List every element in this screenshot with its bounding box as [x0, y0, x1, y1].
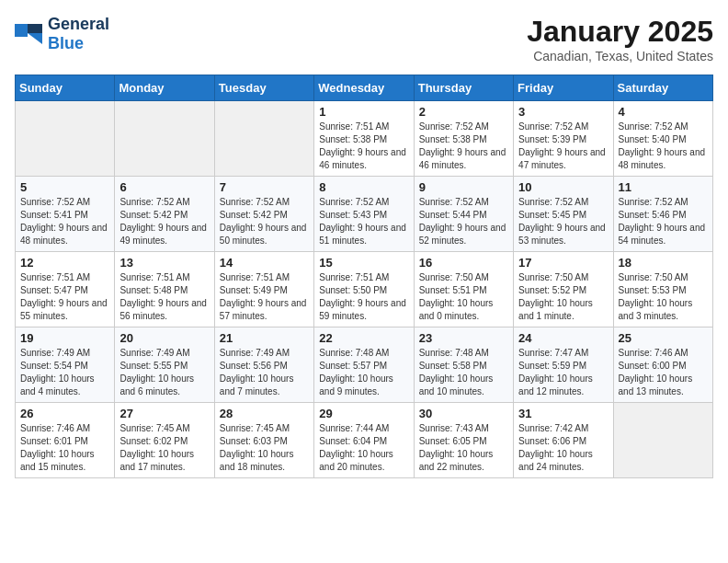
day-info: Sunrise: 7:52 AM Sunset: 5:42 PM Dayligh… [119, 196, 209, 247]
day-number: 6 [119, 180, 209, 194]
day-info: Sunrise: 7:51 AM Sunset: 5:38 PM Dayligh… [319, 121, 408, 172]
calendar-cell: 2Sunrise: 7:52 AM Sunset: 5:38 PM Daylig… [414, 101, 513, 177]
header-sunday: Sunday [16, 75, 115, 101]
day-info: Sunrise: 7:52 AM Sunset: 5:44 PM Dayligh… [419, 196, 508, 247]
calendar-cell: 9Sunrise: 7:52 AM Sunset: 5:44 PM Daylig… [414, 177, 513, 252]
header-wednesday: Wednesday [314, 75, 414, 101]
day-info: Sunrise: 7:52 AM Sunset: 5:45 PM Dayligh… [518, 196, 608, 247]
calendar-week-1: 1Sunrise: 7:51 AM Sunset: 5:38 PM Daylig… [16, 101, 713, 177]
day-number: 1 [319, 105, 408, 119]
day-number: 20 [119, 331, 209, 345]
calendar-cell: 7Sunrise: 7:52 AM Sunset: 5:42 PM Daylig… [214, 177, 313, 252]
day-info: Sunrise: 7:51 AM Sunset: 5:47 PM Dayligh… [20, 271, 109, 323]
day-info: Sunrise: 7:44 AM Sunset: 6:04 PM Dayligh… [319, 422, 408, 474]
day-number: 27 [119, 407, 209, 420]
calendar-cell [115, 101, 214, 177]
day-info: Sunrise: 7:46 AM Sunset: 6:01 PM Dayligh… [20, 422, 109, 474]
day-number: 9 [419, 180, 508, 194]
day-info: Sunrise: 7:48 AM Sunset: 5:57 PM Dayligh… [319, 347, 408, 398]
calendar-cell [16, 101, 115, 177]
day-info: Sunrise: 7:52 AM Sunset: 5:38 PM Dayligh… [419, 121, 508, 172]
day-number: 14 [220, 256, 309, 270]
calendar-header-row: SundayMondayTuesdayWednesdayThursdayFrid… [16, 75, 713, 101]
calendar-cell: 25Sunrise: 7:46 AM Sunset: 6:00 PM Dayli… [613, 327, 712, 403]
calendar-cell: 29Sunrise: 7:44 AM Sunset: 6:04 PM Dayli… [314, 403, 414, 478]
calendar-cell: 26Sunrise: 7:46 AM Sunset: 6:01 PM Dayli… [16, 403, 115, 478]
day-info: Sunrise: 7:51 AM Sunset: 5:49 PM Dayligh… [220, 271, 309, 323]
day-number: 30 [419, 407, 508, 420]
calendar-cell: 14Sunrise: 7:51 AM Sunset: 5:49 PM Dayli… [214, 252, 313, 327]
day-info: Sunrise: 7:43 AM Sunset: 6:05 PM Dayligh… [419, 422, 508, 474]
calendar-cell: 8Sunrise: 7:52 AM Sunset: 5:43 PM Daylig… [314, 177, 414, 252]
day-info: Sunrise: 7:52 AM Sunset: 5:40 PM Dayligh… [619, 121, 708, 172]
svg-rect-1 [28, 24, 42, 33]
calendar-cell: 27Sunrise: 7:45 AM Sunset: 6:02 PM Dayli… [115, 403, 214, 478]
day-info: Sunrise: 7:45 AM Sunset: 6:02 PM Dayligh… [119, 422, 209, 474]
header-monday: Monday [115, 75, 214, 101]
day-info: Sunrise: 7:51 AM Sunset: 5:50 PM Dayligh… [319, 271, 408, 323]
calendar-cell: 19Sunrise: 7:49 AM Sunset: 5:54 PM Dayli… [16, 327, 115, 403]
calendar-cell: 18Sunrise: 7:50 AM Sunset: 5:53 PM Dayli… [613, 252, 712, 327]
day-info: Sunrise: 7:52 AM Sunset: 5:46 PM Dayligh… [619, 196, 708, 247]
day-info: Sunrise: 7:42 AM Sunset: 6:06 PM Dayligh… [518, 422, 608, 474]
day-number: 2 [419, 105, 508, 119]
svg-rect-0 [15, 24, 28, 37]
day-number: 23 [419, 331, 508, 345]
day-number: 17 [518, 256, 608, 270]
calendar-cell: 1Sunrise: 7:51 AM Sunset: 5:38 PM Daylig… [314, 101, 414, 177]
day-number: 4 [619, 105, 708, 119]
day-number: 5 [20, 180, 109, 194]
location: Canadian, Texas, United States [527, 49, 713, 63]
day-number: 19 [20, 331, 109, 345]
calendar-cell: 30Sunrise: 7:43 AM Sunset: 6:05 PM Dayli… [414, 403, 513, 478]
calendar-cell: 11Sunrise: 7:52 AM Sunset: 5:46 PM Dayli… [613, 177, 712, 252]
day-number: 8 [319, 180, 408, 194]
calendar-cell [214, 101, 313, 177]
calendar-week-2: 5Sunrise: 7:52 AM Sunset: 5:41 PM Daylig… [16, 177, 713, 252]
day-number: 31 [518, 407, 608, 420]
day-number: 16 [419, 256, 508, 270]
calendar-cell: 13Sunrise: 7:51 AM Sunset: 5:48 PM Dayli… [115, 252, 214, 327]
day-info: Sunrise: 7:49 AM Sunset: 5:55 PM Dayligh… [119, 347, 209, 398]
day-number: 12 [20, 256, 109, 270]
day-number: 24 [518, 331, 608, 345]
calendar-cell: 20Sunrise: 7:49 AM Sunset: 5:55 PM Dayli… [115, 327, 214, 403]
day-info: Sunrise: 7:52 AM Sunset: 5:39 PM Dayligh… [518, 121, 608, 172]
logo-blue-text: Blue [48, 34, 84, 52]
day-number: 11 [619, 180, 708, 194]
calendar-cell [613, 403, 712, 478]
logo-icon [15, 24, 42, 44]
calendar-cell: 12Sunrise: 7:51 AM Sunset: 5:47 PM Dayli… [16, 252, 115, 327]
day-number: 29 [319, 407, 408, 420]
day-info: Sunrise: 7:46 AM Sunset: 6:00 PM Dayligh… [619, 347, 708, 398]
day-info: Sunrise: 7:52 AM Sunset: 5:41 PM Dayligh… [20, 196, 109, 247]
day-info: Sunrise: 7:52 AM Sunset: 5:42 PM Dayligh… [220, 196, 309, 247]
calendar-week-4: 19Sunrise: 7:49 AM Sunset: 5:54 PM Dayli… [16, 327, 713, 403]
day-info: Sunrise: 7:50 AM Sunset: 5:51 PM Dayligh… [419, 271, 508, 323]
calendar-cell: 3Sunrise: 7:52 AM Sunset: 5:39 PM Daylig… [514, 101, 613, 177]
day-number: 7 [220, 180, 309, 194]
calendar-cell: 10Sunrise: 7:52 AM Sunset: 5:45 PM Dayli… [514, 177, 613, 252]
calendar-cell: 31Sunrise: 7:42 AM Sunset: 6:06 PM Dayli… [514, 403, 613, 478]
calendar-cell: 21Sunrise: 7:49 AM Sunset: 5:56 PM Dayli… [214, 327, 313, 403]
calendar-cell: 16Sunrise: 7:50 AM Sunset: 5:51 PM Dayli… [414, 252, 513, 327]
day-number: 10 [518, 180, 608, 194]
day-number: 26 [20, 407, 109, 420]
day-number: 28 [220, 407, 309, 420]
header-tuesday: Tuesday [214, 75, 313, 101]
calendar-cell: 17Sunrise: 7:50 AM Sunset: 5:52 PM Dayli… [514, 252, 613, 327]
day-number: 13 [119, 256, 209, 270]
calendar-cell: 5Sunrise: 7:52 AM Sunset: 5:41 PM Daylig… [16, 177, 115, 252]
calendar-cell: 6Sunrise: 7:52 AM Sunset: 5:42 PM Daylig… [115, 177, 214, 252]
calendar-cell: 28Sunrise: 7:45 AM Sunset: 6:03 PM Dayli… [214, 403, 313, 478]
day-number: 18 [619, 256, 708, 270]
header-friday: Friday [514, 75, 613, 101]
day-info: Sunrise: 7:51 AM Sunset: 5:48 PM Dayligh… [119, 271, 209, 323]
calendar-week-3: 12Sunrise: 7:51 AM Sunset: 5:47 PM Dayli… [16, 252, 713, 327]
day-info: Sunrise: 7:47 AM Sunset: 5:59 PM Dayligh… [518, 347, 608, 398]
day-info: Sunrise: 7:48 AM Sunset: 5:58 PM Dayligh… [419, 347, 508, 398]
logo: General Blue [15, 15, 109, 53]
calendar-cell: 15Sunrise: 7:51 AM Sunset: 5:50 PM Dayli… [314, 252, 414, 327]
day-number: 25 [619, 331, 708, 345]
day-info: Sunrise: 7:49 AM Sunset: 5:54 PM Dayligh… [20, 347, 109, 398]
